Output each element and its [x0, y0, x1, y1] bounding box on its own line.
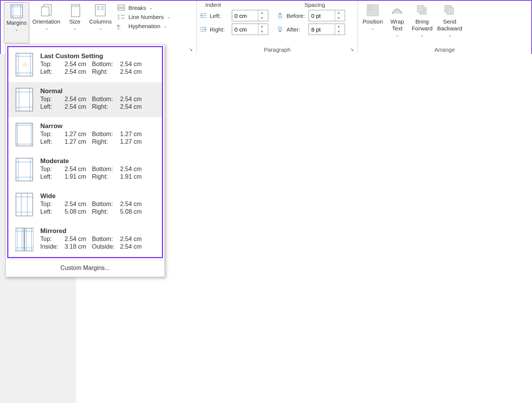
wrap-text-label: Wrap Text	[391, 18, 404, 32]
chevron-down-icon: ⌄	[396, 33, 399, 38]
svg-rect-6	[41, 7, 49, 16]
spacing-before-input[interactable]: ▲▼	[309, 10, 345, 21]
chevron-down-icon: ⌄	[167, 14, 170, 19]
position-label: Position	[363, 18, 383, 25]
chevron-down-icon: ⌄	[15, 27, 18, 32]
margin-option-text: ModerateTop:2.54 cmBottom:2.54 cmLeft:1.…	[40, 157, 158, 180]
group-paragraph: Indent Spacing Left: ▲▼ Before: ▲▼ Right…	[197, 1, 358, 54]
margin-preset-icon	[15, 227, 33, 252]
custom-margins-button[interactable]: Custom Margins...	[6, 260, 165, 277]
margin-preset-icon	[15, 192, 33, 217]
svg-text:☆: ☆	[22, 61, 28, 68]
svg-marker-37	[205, 28, 206, 30]
spin-up-icon[interactable]: ▲	[335, 10, 342, 16]
chevron-down-icon: ⌄	[420, 33, 424, 38]
spin-down-icon[interactable]: ▼	[335, 16, 342, 21]
svg-text:2: 2	[118, 17, 120, 20]
breaks-label: Breaks	[128, 5, 146, 11]
svg-rect-59	[16, 123, 33, 146]
svg-rect-11	[95, 5, 105, 16]
margin-option-text: WideTop:2.54 cmBottom:2.54 cmLeft:5.08 c…	[40, 192, 158, 215]
margins-dropdown: ☆Last Custom SettingTop:2.54 cmBottom:2.…	[5, 44, 165, 277]
margin-option-mirrored[interactable]: MirroredTop:2.54 cmBottom:2.54 cmInside:…	[8, 222, 162, 257]
columns-label: Columns	[89, 18, 112, 25]
chevron-down-icon: ⌄	[45, 26, 48, 31]
spin-down-icon[interactable]: ▼	[335, 29, 342, 35]
size-icon	[68, 3, 82, 17]
spin-up-icon[interactable]: ▲	[335, 24, 342, 29]
indent-right-input[interactable]: ▲▼	[232, 24, 268, 35]
indent-left-icon	[199, 12, 207, 19]
margin-option-text: MirroredTop:2.54 cmBottom:2.54 cmInside:…	[40, 227, 158, 250]
margin-option-title: Wide	[40, 192, 158, 200]
svg-rect-47	[447, 8, 454, 14]
margin-option-moderate[interactable]: ModerateTop:2.54 cmBottom:2.54 cmLeft:1.…	[8, 152, 162, 187]
margins-label: Margins	[6, 19, 27, 26]
indent-heading: Indent	[199, 2, 274, 8]
margins-options-list: ☆Last Custom SettingTop:2.54 cmBottom:2.…	[7, 46, 163, 258]
chevron-down-icon: ⌄	[99, 26, 102, 31]
orientation-icon	[39, 3, 54, 17]
margin-option-values: Top:1.27 cmBottom:1.27 cmLeft:1.27 cmRig…	[40, 131, 158, 145]
margin-option-title: Moderate	[40, 157, 158, 165]
spin-up-icon[interactable]: ▲	[258, 10, 266, 16]
margin-option-wide[interactable]: WideTop:2.54 cmBottom:2.54 cmLeft:5.08 c…	[8, 187, 162, 222]
margins-icon	[10, 4, 24, 19]
page-setup-dialog-launcher[interactable]: ↘	[189, 47, 194, 52]
hyphenation-button[interactable]: a-bc Hyphenation ⌄	[117, 21, 170, 30]
svg-marker-29	[200, 14, 202, 17]
spin-down-icon[interactable]: ▼	[258, 29, 266, 35]
svg-rect-45	[417, 5, 424, 12]
svg-rect-75	[25, 228, 33, 251]
svg-marker-33	[279, 13, 281, 14]
margin-option-values: Top:2.54 cmBottom:2.54 cmLeft:2.54 cmRig…	[40, 96, 158, 110]
margin-option-values: Top:2.54 cmBottom:2.54 cmLeft:5.08 cmRig…	[40, 201, 158, 215]
line-numbers-icon: 12	[117, 13, 125, 20]
svg-rect-54	[16, 88, 33, 111]
margin-preset-icon	[15, 87, 33, 112]
paragraph-dialog-launcher[interactable]: ↘	[350, 47, 355, 52]
margin-preset-icon: ☆	[15, 52, 33, 77]
line-numbers-button[interactable]: 12 Line Numbers ⌄	[117, 12, 170, 21]
hyphenation-icon: a-bc	[117, 22, 125, 29]
svg-rect-69	[16, 193, 33, 216]
svg-rect-18	[118, 5, 125, 7]
group-arrange: Position ⌄ Wrap Text ⌄ Bring Forward ⌄ S…	[358, 1, 531, 54]
margin-option-values: Top:2.54 cmBottom:2.54 cmLeft:2.54 cmRig…	[40, 61, 158, 75]
spin-up-icon[interactable]: ▲	[258, 24, 266, 29]
chevron-down-icon: ⌄	[163, 24, 167, 29]
margin-option-last-custom-setting[interactable]: ☆Last Custom SettingTop:2.54 cmBottom:2.…	[8, 47, 162, 82]
margin-option-text: Last Custom SettingTop:2.54 cmBottom:2.5…	[40, 52, 158, 75]
send-backward-button: Send Backward ⌄	[435, 2, 464, 46]
svg-rect-19	[118, 8, 125, 10]
chevron-down-icon: ⌄	[448, 33, 451, 38]
orientation-label: Orientation	[32, 18, 60, 25]
spacing-after-input[interactable]: ▲▼	[309, 24, 345, 35]
spacing-after-icon	[276, 26, 284, 33]
margin-option-title: Narrow	[40, 122, 158, 130]
chevron-down-icon: ⌄	[371, 26, 374, 31]
margin-option-text: NarrowTop:1.27 cmBottom:1.27 cmLeft:1.27…	[40, 122, 158, 145]
spin-down-icon[interactable]: ▼	[258, 16, 266, 21]
svg-rect-74	[15, 228, 24, 251]
indent-right-icon	[199, 26, 207, 33]
line-numbers-label: Line Numbers	[128, 14, 164, 20]
columns-icon	[93, 3, 108, 17]
margin-option-title: Last Custom Setting	[40, 52, 158, 60]
spacing-before-icon	[276, 12, 284, 19]
margin-option-values: Top:2.54 cmBottom:2.54 cmLeft:1.91 cmRig…	[40, 166, 158, 180]
send-backward-label: Send Backward	[437, 18, 462, 32]
indent-left-input[interactable]: ▲▼	[232, 10, 268, 21]
spacing-after-label: After:	[287, 26, 306, 33]
indent-left-label: Left:	[210, 13, 230, 19]
margin-option-text: NormalTop:2.54 cmBottom:2.54 cmLeft:2.54…	[40, 87, 158, 110]
send-backward-icon	[442, 3, 457, 17]
svg-rect-43	[369, 6, 373, 10]
margin-option-title: Mirrored	[40, 227, 158, 235]
breaks-button[interactable]: Breaks ⌄	[117, 3, 170, 12]
margins-button[interactable]: Margins ⌄	[4, 2, 29, 43]
bring-forward-button: Bring Forward ⌄	[409, 2, 435, 46]
margin-option-narrow[interactable]: NarrowTop:1.27 cmBottom:1.27 cmLeft:1.27…	[8, 117, 162, 152]
margin-option-normal[interactable]: NormalTop:2.54 cmBottom:2.54 cmLeft:2.54…	[8, 82, 162, 117]
bring-forward-label: Bring Forward	[412, 18, 432, 32]
